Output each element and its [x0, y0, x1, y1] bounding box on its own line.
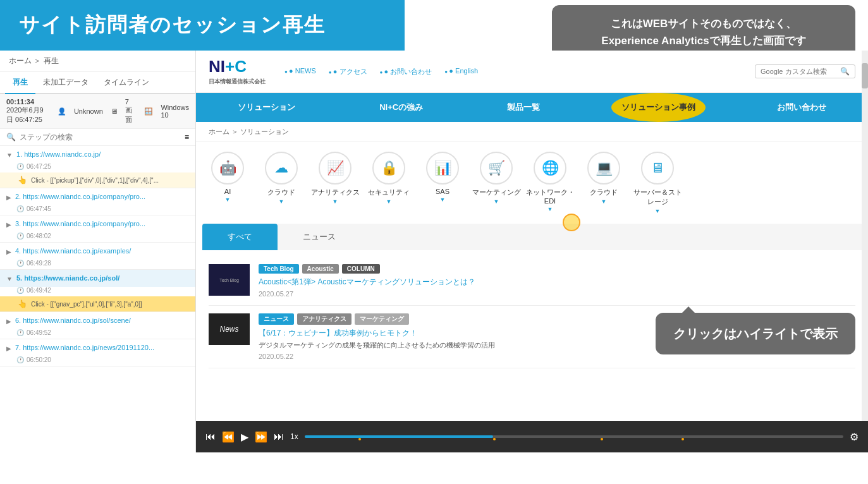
news-article-1: Tech Blog Tech Blog Acoustic COLUMN Acou… — [209, 257, 855, 306]
news-tabs: すべて ニュース — [202, 224, 862, 250]
step-list: ▼ 1. https://www.niandc.co.jp/ 🕐 06:47:2… — [0, 146, 195, 452]
sol-item-sas[interactable]: 📊 SAS ▼ — [417, 152, 468, 214]
nic-logo-sub: 日本情報通信株式会社 — [209, 78, 266, 86]
clock-icon-5: 🕐 — [16, 287, 24, 294]
step-url-6: 6. https://www.niandc.co.jp/sol/scene/ — [15, 317, 189, 324]
sol-label-marketing: マーケティング — [472, 188, 521, 197]
sol-item-ai[interactable]: 🤖 AI ▼ — [202, 152, 253, 214]
step-url-3: 3. https://www.niandc.co.jp/company/pro.… — [15, 220, 189, 227]
nic-search-input[interactable] — [761, 68, 836, 75]
click-icon-1: 👆 — [18, 176, 27, 185]
news-tab-news[interactable]: ニュース — [278, 224, 361, 250]
clock-icon-6: 🕐 — [16, 329, 24, 336]
nav-strengths[interactable]: NI+Cの強み — [367, 93, 436, 122]
settings-icon[interactable]: ⚙ — [850, 431, 859, 443]
step-header-3[interactable]: ▶ 3. https://www.niandc.co.jp/company/pr… — [0, 215, 195, 233]
step-header-5[interactable]: ▼ 5. https://www.niandc.co.jp/sol/ — [0, 270, 195, 287]
step-header-7[interactable]: ▶ 7. https://www.niandc.co.jp/news/20191… — [0, 339, 195, 356]
session-user-icon: 👤 — [58, 107, 66, 116]
news-title-2[interactable]: 【6/17：ウェビナー】成功事例からヒモトク！ — [259, 328, 495, 339]
click-event-5[interactable]: 👆 Click - [["gnav_pc"],["ul",0],["li",3]… — [0, 296, 195, 312]
sol-item-analytics[interactable]: 📈 アナリティクス ▼ — [310, 152, 360, 214]
sol-label-analytics: アナリティクス — [311, 188, 360, 197]
sol-chevron-sas: ▼ — [440, 197, 446, 203]
nav-link-contact[interactable]: ● お問い合わせ — [380, 67, 432, 76]
sol-icon-ai: 🤖 — [211, 152, 244, 185]
tab-raw-data[interactable]: 未加工データ — [35, 72, 96, 93]
pb-dot-3 — [601, 438, 603, 440]
sol-item-cloud2[interactable]: 💻 クラウド ▼ — [578, 152, 629, 214]
blue-banner: サイト訪問者のセッション再生 — [0, 0, 405, 51]
sol-item-cloud[interactable]: ☁ クラウド ▼ — [256, 152, 307, 214]
pb-fast-forward[interactable]: ⏩ — [255, 431, 267, 443]
sol-chevron-security: ▼ — [386, 198, 392, 205]
banner-title: サイト訪問者のセッション再生 — [19, 13, 326, 36]
sol-icon-marketing: 🛒 — [480, 152, 513, 185]
tab-timeline[interactable]: タイムライン — [96, 72, 157, 93]
sol-item-server[interactable]: 🖥 サーバー＆ストレージ ▼ — [632, 152, 683, 214]
step-arrow-1: ▼ — [6, 152, 13, 159]
step-time-7: 🕐 06:50:20 — [0, 356, 195, 366]
session-screens-icon: 🖥 — [111, 107, 118, 115]
click-event-1[interactable]: 👆 Click - [["pickup"],["div",0],["div",1… — [0, 172, 195, 188]
sol-icon-cloud: ☁ — [265, 152, 298, 185]
session-info-left: 00:11:34 2020年6月9日 06:47:25 — [6, 98, 50, 124]
nav-products[interactable]: 製品一覧 — [494, 93, 553, 122]
pb-progress[interactable] — [305, 435, 843, 438]
news-tab-all[interactable]: すべて — [202, 224, 278, 250]
step-group-7: ▶ 7. https://www.niandc.co.jp/news/20191… — [0, 339, 195, 366]
scrollbar-thumb[interactable] — [862, 63, 868, 88]
tag-tech-blog: Tech Blog — [259, 264, 299, 274]
pb-rewind[interactable]: ⏪ — [222, 431, 235, 443]
step-group-1: ▼ 1. https://www.niandc.co.jp/ 🕐 06:47:2… — [0, 146, 195, 188]
sol-chevron-ai: ▼ — [225, 197, 231, 203]
balloon-top-line2: Experience Analyticsで再生した画面です — [566, 32, 841, 49]
nav-link-news[interactable]: ● NEWS — [284, 67, 316, 76]
pb-play[interactable]: ▶ — [241, 431, 248, 443]
news-title-1[interactable]: Acoustic<第1弾> Acousticマーケティングソリューションとは？ — [259, 277, 475, 287]
sol-chevron-cloud: ▼ — [279, 198, 284, 205]
nav-link-english[interactable]: ● English — [444, 67, 478, 76]
scrollbar[interactable] — [862, 51, 868, 421]
search-icon[interactable]: 🔍 — [840, 67, 850, 76]
step-header-1[interactable]: ▼ 1. https://www.niandc.co.jp/ — [0, 146, 195, 163]
sol-icon-security: 🔒 — [372, 152, 405, 185]
sol-item-marketing[interactable]: 🛒 マーケティング ▼ — [471, 152, 522, 214]
step-header-4[interactable]: ▶ 4. https://www.niandc.co.jp/examples/ — [0, 243, 195, 260]
clock-icon-3: 🕐 — [16, 233, 24, 239]
sol-item-security[interactable]: 🔒 セキュリティ ▼ — [364, 152, 414, 214]
nav-link-access[interactable]: ● アクセス — [329, 67, 367, 76]
click-icon-5: 👆 — [18, 299, 27, 308]
pb-skip-back[interactable]: ⏮ — [205, 431, 216, 442]
search-input[interactable] — [20, 133, 181, 142]
nav-solutions[interactable]: ソリューション — [225, 93, 308, 122]
pb-progress-fill — [305, 435, 493, 438]
step-url-1: 1. https://www.niandc.co.jp/ — [16, 150, 189, 158]
tag-news: ニュース — [259, 313, 294, 325]
tag-marketing-tag: マーケティング — [355, 313, 409, 325]
step-time-2: 🕐 06:47:45 — [0, 205, 195, 215]
sol-icon-cloud2: 💻 — [587, 152, 620, 185]
click-text-5: Click - [["gnav_pc"],["ul",0],["li",3],[… — [31, 301, 189, 308]
sol-label-cloud: クラウド — [267, 188, 295, 197]
tab-replay[interactable]: 再生 — [5, 72, 35, 94]
news-thumb-1: Tech Blog — [209, 264, 250, 296]
click-text-1: Click - [["pickup"],["div",0],["div",1],… — [31, 177, 189, 184]
tag-column: COLUMN — [342, 264, 380, 274]
nav-case-studies[interactable]: ソリューション事例 — [611, 93, 706, 122]
search-icon: 🔍 — [6, 133, 16, 142]
pb-speed[interactable]: 1x — [290, 432, 298, 441]
pb-skip-forward[interactable]: ⏭ — [274, 431, 284, 442]
step-header-6[interactable]: ▶ 6. https://www.niandc.co.jp/sol/scene/ — [0, 312, 195, 329]
nic-logo: NI+C 日本情報通信株式会社 — [209, 57, 266, 86]
news-date-1: 2020.05.27 — [259, 290, 475, 298]
tabs-row: 再生 未加工データ タイムライン — [0, 72, 195, 94]
step-url-2: 2. https://www.niandc.co.jp/company/pro.… — [15, 193, 189, 200]
filter-icon[interactable]: ≡ — [185, 133, 189, 142]
step-header-2[interactable]: ▶ 2. https://www.niandc.co.jp/company/pr… — [0, 188, 195, 205]
sol-item-network[interactable]: 🌐 ネットワーク・EDI ▼ — [525, 152, 575, 214]
nav-contact[interactable]: お問い合わせ — [764, 93, 839, 122]
balloon-top-line1: これはWEBサイトそのものではなく、 — [566, 15, 841, 32]
sol-label-security: セキュリティ — [368, 188, 410, 197]
sol-icon-analytics: 📈 — [319, 152, 351, 185]
